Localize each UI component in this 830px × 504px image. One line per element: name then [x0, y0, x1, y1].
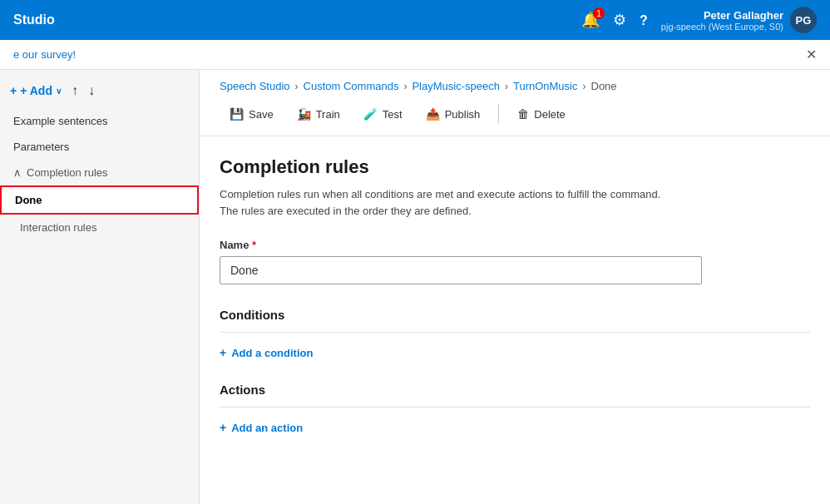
train-label: Train: [316, 108, 340, 121]
breadcrumb-sep-3: ›: [505, 81, 508, 92]
add-condition-label: Add a condition: [231, 347, 313, 359]
page-title: Completion rules: [220, 156, 810, 178]
sidebar-item-example-sentences[interactable]: Example sentences: [0, 108, 199, 134]
sidebar-item-label: Done: [15, 194, 42, 206]
user-name-block: Peter Gallagher pjg-speech (West Europe,…: [661, 9, 783, 32]
breadcrumb: Speech Studio › Custom Commands › PlayMu…: [200, 70, 830, 99]
avatar: PG: [790, 7, 817, 33]
survey-close-button[interactable]: ✕: [806, 47, 817, 62]
move-down-button[interactable]: ↓: [88, 83, 95, 98]
add-action-icon: +: [220, 421, 226, 434]
save-button[interactable]: 💾 Save: [220, 102, 284, 126]
up-arrow-icon: ↑: [72, 83, 78, 97]
main-layout: + + Add ∨ ↑ ↓ Example sentences Paramete…: [0, 70, 830, 504]
help-icon: ?: [640, 13, 648, 27]
user-name: Peter Gallagher: [704, 9, 783, 22]
actions-divider: [220, 407, 810, 408]
user-subtitle: pjg-speech (West Europe, S0): [661, 22, 783, 32]
content-area: Speech Studio › Custom Commands › PlayMu…: [200, 70, 830, 504]
topbar-right: 🔔 1 ⚙ ? Peter Gallagher pjg-speech (West…: [581, 7, 817, 33]
breadcrumb-playmusic[interactable]: PlayMusic-speech: [412, 80, 500, 92]
add-icon: +: [10, 84, 17, 97]
train-button[interactable]: 🚂 Train: [287, 102, 350, 126]
add-condition-button[interactable]: + Add a condition: [220, 346, 810, 359]
name-field-container: Name *: [220, 239, 810, 284]
add-action-label: Add an action: [231, 422, 303, 434]
publish-label: Publish: [445, 108, 481, 121]
toolbar-separator: [498, 104, 499, 124]
name-required-indicator: *: [252, 239, 256, 251]
train-icon: 🚂: [297, 107, 311, 121]
conditions-section: Conditions + Add a condition: [220, 308, 810, 359]
toolbar: 💾 Save 🚂 Train 🧪 Test 📤 Publish 🗑 Delete: [200, 99, 830, 136]
add-button[interactable]: + + Add ∨: [10, 84, 62, 97]
sidebar: + + Add ∨ ↑ ↓ Example sentences Paramete…: [0, 70, 200, 504]
page-desc-line1: Completion rules run when all conditions…: [220, 188, 660, 200]
sidebar-section-label: Completion rules: [27, 166, 108, 179]
sidebar-item-interaction-rules[interactable]: Interaction rules: [0, 215, 199, 240]
conditions-title: Conditions: [220, 308, 810, 322]
user-info: Peter Gallagher pjg-speech (West Europe,…: [661, 7, 817, 33]
add-label: + Add: [20, 84, 52, 97]
delete-label: Delete: [534, 108, 566, 121]
sidebar-actions: + + Add ∨ ↑ ↓: [0, 80, 199, 108]
add-condition-icon: +: [220, 346, 226, 359]
breadcrumb-custom-commands[interactable]: Custom Commands: [304, 80, 399, 92]
chevron-down-icon: ∨: [56, 86, 62, 96]
app-title-text: Studio: [13, 12, 55, 27]
publish-icon: 📤: [426, 107, 440, 121]
help-button[interactable]: ?: [640, 12, 648, 29]
name-field-label: Name *: [220, 239, 810, 251]
breadcrumb-sep-1: ›: [295, 81, 299, 92]
survey-bar: e our survey! ✕: [0, 40, 830, 70]
breadcrumb-turnonmusic[interactable]: TurnOnMusic: [513, 80, 578, 92]
delete-icon: 🗑: [517, 107, 529, 121]
breadcrumb-speech-studio[interactable]: Speech Studio: [220, 80, 290, 92]
add-action-button[interactable]: + Add an action: [220, 421, 810, 434]
gear-icon: ⚙: [613, 12, 626, 28]
down-arrow-icon: ↓: [88, 83, 95, 97]
page-description: Completion rules run when all conditions…: [220, 186, 810, 219]
chevron-up-icon: ∧: [13, 166, 22, 179]
breadcrumb-done: Done: [591, 80, 617, 92]
delete-button[interactable]: 🗑 Delete: [507, 102, 576, 126]
sidebar-section-completion-rules[interactable]: ∧ Completion rules: [0, 160, 199, 185]
sidebar-item-label: Parameters: [13, 141, 69, 153]
actions-title: Actions: [220, 383, 810, 397]
test-icon: 🧪: [363, 107, 378, 121]
save-label: Save: [249, 108, 274, 121]
survey-link[interactable]: e our survey!: [13, 48, 76, 61]
save-icon: 💾: [230, 107, 244, 121]
test-label: Test: [383, 108, 403, 121]
name-input[interactable]: [220, 256, 702, 284]
topbar: Studio 🔔 1 ⚙ ? Peter Gallagher pjg-speec…: [0, 0, 830, 40]
app-title: Studio: [13, 12, 55, 27]
page-desc-line2: The rules are executed in the order they…: [220, 205, 472, 217]
settings-button[interactable]: ⚙: [613, 11, 626, 29]
notification-button[interactable]: 🔔 1: [581, 11, 600, 29]
sidebar-item-parameters[interactable]: Parameters: [0, 134, 199, 160]
notification-badge: 1: [593, 7, 605, 19]
conditions-divider: [220, 332, 810, 333]
test-button[interactable]: 🧪 Test: [353, 102, 413, 126]
breadcrumb-sep-4: ›: [583, 81, 586, 92]
move-up-button[interactable]: ↑: [72, 83, 78, 98]
sidebar-item-label: Interaction rules: [20, 221, 97, 234]
breadcrumb-sep-2: ›: [403, 81, 407, 92]
sidebar-item-done[interactable]: Done: [0, 185, 199, 215]
actions-section: Actions + Add an action: [220, 383, 810, 434]
sidebar-item-label: Example sentences: [13, 115, 107, 127]
page-content: Completion rules Completion rules run wh…: [200, 136, 830, 454]
publish-button[interactable]: 📤 Publish: [416, 102, 491, 126]
